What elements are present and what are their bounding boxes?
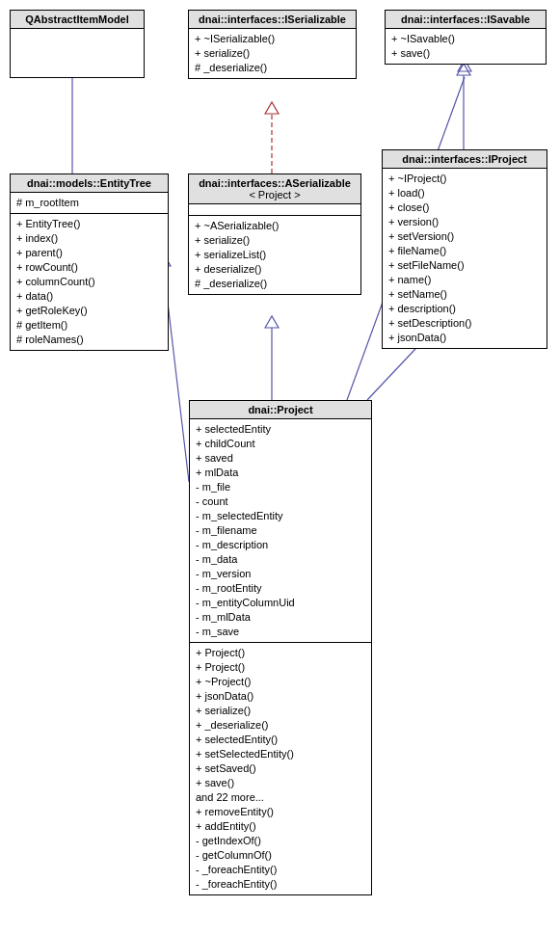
- project-method-7: + selectedEntity(): [196, 733, 365, 747]
- isavable-method-1: + ~ISavable(): [391, 32, 540, 46]
- project-box: dnai::Project + selectedEntity + childCo…: [189, 400, 372, 895]
- iserializable-method-1: + ~ISerializable(): [195, 32, 350, 46]
- entitytree-method-6: + data(): [16, 289, 162, 304]
- entitytree-method-1: + EntityTree(): [16, 217, 162, 231]
- iproject-method-5: + setVersion(): [388, 229, 541, 244]
- aserializable-method-4: + deserialize(): [195, 262, 355, 277]
- isavable-box: dnai::interfaces::ISavable + ~ISavable()…: [385, 10, 547, 65]
- project-field-4: + mlData: [196, 466, 365, 480]
- aserializable-box: dnai::interfaces::ASerializable < Projec…: [188, 173, 361, 295]
- iproject-method-11: + setDescription(): [388, 316, 541, 331]
- project-field-1: + selectedEntity: [196, 422, 365, 437]
- project-method-16: - _foreachEntity(): [196, 877, 365, 892]
- iserializable-method-2: + serialize(): [195, 46, 350, 61]
- qabstractitemmodel-title: QAbstractItemModel: [11, 11, 144, 29]
- project-field-11: - m_version: [196, 567, 365, 581]
- project-field-2: + childCount: [196, 437, 365, 451]
- iserializable-box: dnai::interfaces::ISerializable + ~ISeri…: [188, 10, 357, 79]
- project-method-13: - getIndexOf(): [196, 834, 365, 848]
- project-field-15: - m_save: [196, 625, 365, 639]
- project-method-3: + ~Project(): [196, 675, 365, 689]
- aserializable-title-sub: < Project >: [194, 189, 356, 200]
- qabstractitemmodel-section: [11, 29, 144, 77]
- entitytree-method-7: + getRoleKey(): [16, 304, 162, 318]
- isavable-method-2: + save(): [391, 46, 540, 61]
- iproject-methods: + ~IProject() + load() + close() + versi…: [383, 169, 547, 348]
- entitytree-method-2: + index(): [16, 231, 162, 246]
- entitytree-fields: # m_rootItem: [11, 193, 168, 214]
- iproject-method-7: + setFileName(): [388, 258, 541, 273]
- iproject-method-9: + setName(): [388, 287, 541, 302]
- project-field-12: - m_rootEntity: [196, 581, 365, 596]
- iproject-method-10: + description(): [388, 302, 541, 316]
- entitytree-box: dnai::models::EntityTree # m_rootItem + …: [10, 173, 169, 351]
- project-methods: + Project() + Project() + ~Project() + j…: [190, 643, 371, 894]
- iproject-method-1: + ~IProject(): [388, 172, 541, 186]
- iproject-method-8: + name(): [388, 273, 541, 287]
- entitytree-method-9: # roleNames(): [16, 333, 162, 347]
- svg-marker-13: [457, 64, 470, 75]
- isavable-title: dnai::interfaces::ISavable: [386, 11, 546, 29]
- project-field-10: - m_data: [196, 552, 365, 567]
- iserializable-methods: + ~ISerializable() + serialize() # _dese…: [189, 29, 356, 78]
- project-method-9: + setSaved(): [196, 761, 365, 776]
- project-field-5: - m_file: [196, 480, 365, 494]
- iserializable-title: dnai::interfaces::ISerializable: [189, 11, 356, 29]
- project-field-6: - count: [196, 494, 365, 509]
- svg-marker-5: [265, 316, 279, 328]
- project-method-11: + removeEntity(): [196, 805, 365, 819]
- aserializable-method-3: + serializeList(): [195, 248, 355, 262]
- project-field-8: - m_filename: [196, 523, 365, 538]
- isavable-methods: + ~ISavable() + save(): [386, 29, 546, 64]
- project-field-13: - m_entityColumnUid: [196, 596, 365, 610]
- project-title: dnai::Project: [190, 401, 371, 419]
- aserializable-title-main: dnai::interfaces::ASerializable: [194, 177, 356, 189]
- iproject-method-6: + fileName(): [388, 244, 541, 258]
- project-method-14: - getColumnOf(): [196, 848, 365, 863]
- project-method-12: + addEntity(): [196, 819, 365, 834]
- entitytree-method-4: + rowCount(): [16, 260, 162, 275]
- entitytree-methods: + EntityTree() + index() + parent() + ro…: [11, 214, 168, 350]
- aserializable-method-2: + serialize(): [195, 233, 355, 248]
- aserializable-methods: + ~ASerializable() + serialize() + seria…: [189, 216, 360, 294]
- aserializable-method-1: + ~ASerializable(): [195, 219, 355, 233]
- iproject-method-4: + version(): [388, 215, 541, 229]
- iserializable-method-3: # _deserialize(): [195, 61, 350, 75]
- entitytree-method-3: + parent(): [16, 246, 162, 260]
- iproject-method-12: + jsonData(): [388, 331, 541, 345]
- diagram-container: QAbstractItemModel dnai::interfaces::ISe…: [0, 0, 560, 934]
- project-field-9: - m_description: [196, 538, 365, 552]
- aserializable-fields: [189, 204, 360, 216]
- aserializable-method-5: # _deserialize(): [195, 277, 355, 291]
- project-method-10: + save(): [196, 776, 365, 790]
- project-method-8: + setSelectedEntity(): [196, 747, 365, 761]
- aserializable-title: dnai::interfaces::ASerializable < Projec…: [189, 174, 360, 204]
- project-method-2: + Project(): [196, 660, 365, 675]
- project-field-3: + saved: [196, 451, 365, 466]
- iproject-title: dnai::interfaces::IProject: [383, 150, 547, 169]
- project-field-7: - m_selectedEntity: [196, 509, 365, 523]
- entitytree-title: dnai::models::EntityTree: [11, 174, 168, 193]
- project-method-6: + _deserialize(): [196, 718, 365, 733]
- iproject-box: dnai::interfaces::IProject + ~IProject()…: [382, 149, 547, 349]
- entitytree-method-8: # getItem(): [16, 318, 162, 333]
- project-fields: + selectedEntity + childCount + saved + …: [190, 419, 371, 643]
- project-method-more: and 22 more...: [196, 790, 365, 805]
- project-field-14: - m_mlData: [196, 610, 365, 625]
- iproject-method-2: + load(): [388, 186, 541, 200]
- project-method-4: + jsonData(): [196, 689, 365, 704]
- project-method-1: + Project(): [196, 646, 365, 660]
- iproject-method-3: + close(): [388, 200, 541, 215]
- project-method-15: - _foreachEntity(): [196, 863, 365, 877]
- entitytree-field-1: # m_rootItem: [16, 196, 162, 210]
- project-method-5: + serialize(): [196, 704, 365, 718]
- svg-marker-3: [265, 102, 279, 114]
- qabstractitemmodel-box: QAbstractItemModel: [10, 10, 145, 78]
- entitytree-method-5: + columnCount(): [16, 275, 162, 289]
